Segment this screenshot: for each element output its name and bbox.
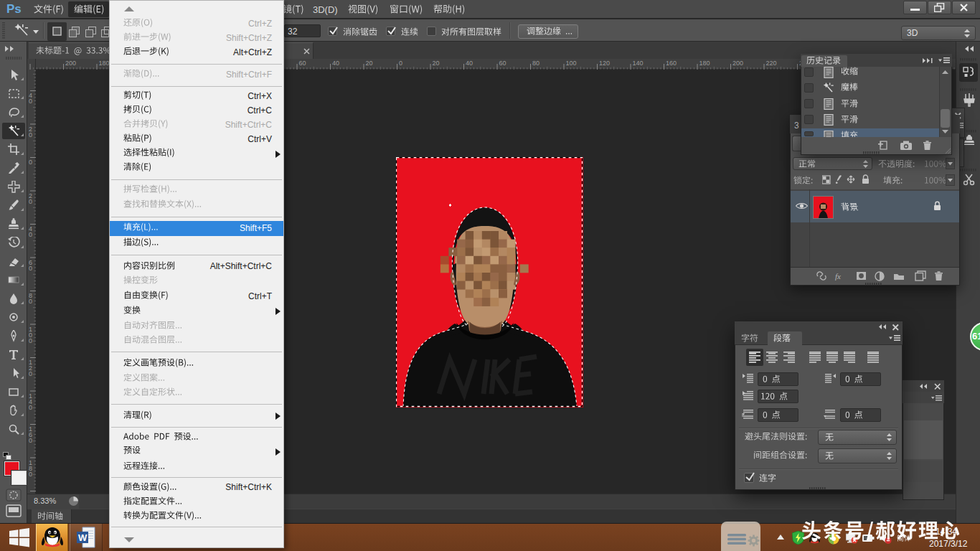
svg-text:fx: fx: [835, 272, 841, 281]
svg-text:W: W: [78, 532, 88, 543]
